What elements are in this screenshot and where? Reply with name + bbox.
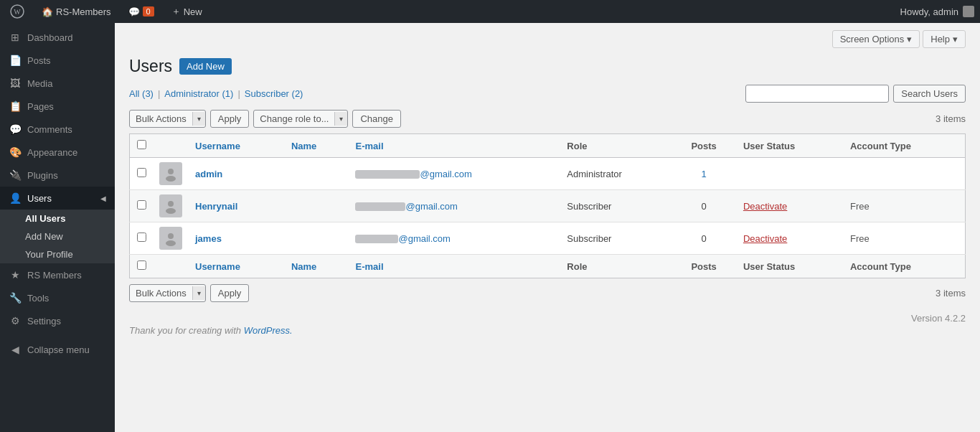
collapse-menu[interactable]: ◀ Collapse menu (0, 338, 115, 361)
sidebar-item-appearance[interactable]: 🎨 Appearance (0, 141, 115, 164)
posts-footer: Posts (672, 255, 736, 278)
avatar-footer (154, 255, 188, 278)
posts-cell: 1 (672, 158, 736, 190)
user-status-cell: Deactivate (736, 222, 843, 255)
email-header: E-mail (348, 134, 560, 158)
username-link[interactable]: admin (195, 169, 222, 179)
deactivate-link[interactable]: Deactivate (743, 233, 787, 244)
bulk-actions-dropdown[interactable]: Bulk Actions ▾ (129, 110, 206, 128)
row-checkbox[interactable] (137, 233, 146, 242)
posts-link[interactable]: 1 (702, 169, 707, 179)
comment-icon: 💬 (128, 6, 140, 17)
users-arrow: ◀ (100, 194, 106, 202)
username-link[interactable]: Henrynail (195, 201, 237, 212)
search-input[interactable] (745, 85, 889, 103)
apply-button[interactable]: Apply (210, 110, 250, 128)
page-title: Users (129, 57, 172, 76)
sidebar-item-label: Settings (27, 316, 61, 327)
avatar-cell (154, 222, 188, 255)
change-role-dropdown[interactable]: Change role to... ▾ (253, 110, 348, 128)
row-checkbox-cell (130, 190, 154, 222)
new-label: New (184, 6, 202, 17)
page-title-row: Users Add New (129, 57, 966, 76)
sidebar-item-rs-members[interactable]: ★ RS Members (0, 263, 115, 286)
filter-bar: All (3) | Administrator (1) | Subscriber… (129, 85, 966, 103)
role-footer: Role (560, 255, 672, 278)
apply-button-bottom[interactable]: Apply (210, 284, 250, 302)
sidebar-item-pages[interactable]: 📋 Pages (0, 95, 115, 118)
email-blur (355, 202, 405, 211)
select-all-checkbox-bottom[interactable] (137, 260, 146, 270)
email-cell: @gmail.com (348, 190, 560, 222)
wp-logo-link[interactable]: W (6, 0, 29, 23)
screen-options-button[interactable]: Screen Options ▾ (832, 30, 920, 48)
pages-icon: 📋 (9, 100, 22, 112)
sidebar-item-plugins[interactable]: 🔌 Plugins (0, 164, 115, 187)
footer-wp-link[interactable]: WordPress. (244, 325, 293, 336)
users-icon: 👤 (9, 192, 22, 204)
filter-administrator[interactable]: Administrator (1) (164, 88, 233, 99)
submenu-all-users[interactable]: All Users (0, 210, 115, 227)
sidebar-item-media[interactable]: 🖼 Media (0, 72, 115, 95)
account-type-header: Account Type (843, 134, 966, 158)
sidebar-item-label: Tools (27, 293, 49, 304)
sidebar-item-users[interactable]: 👤 Users ◀ (0, 187, 115, 210)
bulk-actions-arrow: ▾ (192, 112, 205, 126)
bulk-actions-label: Bulk Actions (130, 111, 192, 127)
plus-icon: ＋ (171, 5, 181, 18)
avatar-cell (154, 190, 188, 222)
search-users-button[interactable]: Search Users (893, 85, 966, 103)
submenu-add-new[interactable]: Add New (0, 227, 115, 245)
row-checkbox-cell (130, 158, 154, 190)
main-content: Screen Options ▾ Help ▾ Users Add New Al… (115, 23, 980, 432)
comments-icon: 💬 (9, 123, 22, 135)
sidebar-item-tools[interactable]: 🔧 Tools (0, 286, 115, 309)
sidebar-item-label: Dashboard (27, 32, 73, 43)
comments-count: 0 (143, 6, 154, 17)
help-button[interactable]: Help ▾ (923, 30, 966, 48)
user-status-cell: Deactivate (736, 190, 843, 222)
filter-all[interactable]: All (3) (129, 88, 154, 99)
admin-bar: W 🏠 RS-Members 💬 0 ＋ New Howdy, admin (0, 0, 980, 23)
table-row: james@gmail.comSubscriber0DeactivateFree (130, 222, 966, 255)
add-new-button[interactable]: Add New (179, 58, 232, 75)
select-all-checkbox[interactable] (137, 140, 146, 149)
email-cell: @gmail.com (348, 222, 560, 255)
filter-links: All (3) | Administrator (1) | Subscriber… (129, 88, 303, 99)
email-blur (355, 235, 398, 243)
sidebar-item-posts[interactable]: 📄 Posts (0, 49, 115, 72)
role-header: Role (560, 134, 672, 158)
sidebar-item-settings[interactable]: ⚙ Settings (0, 309, 115, 332)
site-name-link[interactable]: 🏠 RS-Members (37, 0, 116, 23)
filter-sep2: | (237, 88, 240, 99)
posts-icon: 📄 (9, 55, 22, 66)
bulk-actions-dropdown-bottom[interactable]: Bulk Actions ▾ (129, 284, 206, 302)
svg-point-7 (166, 240, 176, 246)
posts-cell: 0 (672, 222, 736, 255)
email-link[interactable]: @gmail.com (398, 233, 450, 244)
avatar (159, 162, 182, 185)
svg-point-2 (168, 169, 174, 174)
tools-icon: 🔧 (9, 292, 22, 304)
name-header: Name (284, 134, 349, 158)
username-link[interactable]: james (195, 233, 222, 244)
row-checkbox[interactable] (137, 168, 146, 177)
sidebar-item-label: Plugins (27, 170, 58, 181)
avatar (963, 6, 974, 17)
sidebar-item-comments[interactable]: 💬 Comments (0, 118, 115, 141)
submenu-your-profile[interactable]: Your Profile (0, 245, 115, 263)
email-link[interactable]: @gmail.com (405, 201, 457, 212)
deactivate-link[interactable]: Deactivate (743, 201, 787, 212)
dashboard-icon: ⊞ (9, 32, 22, 43)
change-button[interactable]: Change (352, 110, 401, 128)
email-link[interactable]: @gmail.com (420, 169, 471, 179)
select-all-footer (130, 255, 154, 278)
change-role-arrow: ▾ (334, 112, 347, 126)
filter-subscriber[interactable]: Subscriber (2) (245, 88, 303, 99)
new-content-link[interactable]: ＋ New (167, 0, 207, 23)
username-cell: Henrynail (188, 190, 284, 222)
sidebar-item-dashboard[interactable]: ⊞ Dashboard (0, 26, 115, 49)
row-checkbox[interactable] (137, 200, 146, 210)
comments-link[interactable]: 💬 0 (124, 0, 159, 23)
username-cell: james (188, 222, 284, 255)
